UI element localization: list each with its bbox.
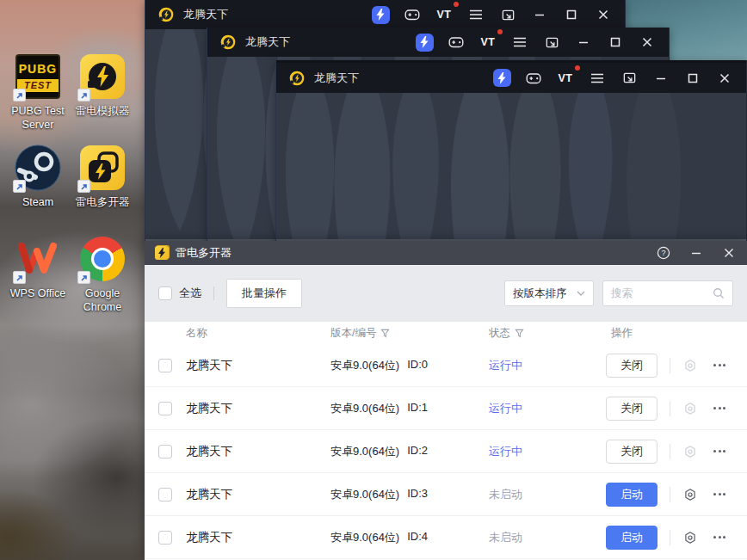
row-checkbox[interactable]	[158, 402, 172, 415]
instance-action-button[interactable]: 关闭	[606, 354, 657, 378]
multi-instance-logo-icon	[155, 246, 169, 260]
vt-button[interactable]: VT	[435, 5, 454, 24]
manager-titlebar[interactable]: 雷电多开器 ?	[145, 241, 747, 265]
instance-name: 龙腾天下	[186, 530, 330, 545]
menu-icon[interactable]	[510, 33, 529, 52]
instance-row: 龙腾天下 安卓9.0(64位)ID:4 未启动 启动	[145, 516, 747, 559]
chevron-down-icon	[577, 291, 585, 296]
shrink-window-icon[interactable]	[542, 33, 561, 52]
desktop-icon-label: Steam	[22, 196, 53, 210]
instance-status: 未启动	[489, 530, 606, 545]
vt-notification-dot	[575, 65, 580, 71]
gamepad-icon[interactable]	[403, 5, 422, 24]
desktop-icon-wps-office[interactable]: WPS Office	[4, 236, 71, 301]
emulator-titlebar[interactable]: 龙腾天下 VT	[145, 0, 625, 29]
shortcut-arrow-icon	[77, 89, 90, 102]
settings-gear-icon[interactable]	[682, 529, 699, 546]
instance-status: 运行中	[489, 444, 606, 459]
instance-status: 未启动	[489, 487, 606, 502]
instance-status: 运行中	[489, 358, 606, 373]
close-button[interactable]	[638, 33, 657, 52]
help-button[interactable]: ?	[656, 245, 671, 261]
shortcut-arrow-icon	[13, 89, 26, 102]
filter-icon[interactable]	[515, 329, 524, 338]
desktop-icon-label: WPS Office	[10, 287, 65, 301]
desktop-icon-label: PUBG Test Server	[4, 105, 71, 132]
instance-id: ID:2	[407, 444, 428, 459]
action-divider	[670, 401, 670, 416]
close-button[interactable]	[715, 69, 734, 88]
close-button[interactable]	[594, 5, 613, 24]
shortcut-arrow-icon	[13, 271, 26, 284]
emulator-titlebar[interactable]: 龙腾天下 VT	[207, 28, 669, 57]
sort-dropdown[interactable]: 按版本排序	[504, 280, 594, 306]
shrink-window-icon[interactable]	[498, 5, 517, 24]
svg-text:?: ?	[661, 249, 665, 257]
minimize-button[interactable]	[530, 5, 549, 24]
settings-gear-icon[interactable]	[682, 357, 699, 374]
desktop-icon-multi-instance[interactable]: 雷电多开器	[69, 145, 136, 210]
menu-icon[interactable]	[466, 5, 485, 24]
settings-gear-icon[interactable]	[682, 400, 699, 417]
emulator-titlebar[interactable]: 龙腾天下 VT	[276, 60, 746, 93]
instance-action-button[interactable]: 关闭	[606, 440, 657, 464]
gamepad-icon[interactable]	[447, 33, 466, 52]
toolbar-divider	[213, 286, 214, 300]
desktop-icon-label: 雷电多开器	[76, 196, 130, 210]
more-options-button[interactable]	[710, 529, 729, 546]
instance-name: 龙腾天下	[186, 401, 330, 416]
close-button[interactable]	[721, 245, 737, 261]
vt-button[interactable]: VT	[478, 33, 497, 52]
instance-action-button[interactable]: 启动	[606, 526, 657, 550]
shrink-window-icon[interactable]	[620, 69, 639, 88]
instance-action-button[interactable]: 关闭	[606, 397, 657, 421]
settings-gear-icon[interactable]	[682, 443, 699, 460]
select-all-checkbox[interactable]	[158, 286, 172, 300]
instance-row: 龙腾天下 安卓9.0(64位)ID:2 运行中 关闭	[145, 430, 747, 473]
shortcut-arrow-icon	[77, 180, 90, 193]
select-all-label: 全选	[179, 286, 201, 301]
maximize-button[interactable]	[606, 33, 625, 52]
minimize-button[interactable]	[688, 245, 704, 261]
booster-button[interactable]	[371, 5, 390, 24]
desktop-icon-google-chrome[interactable]: Google Chrome	[69, 236, 136, 314]
search-box[interactable]	[602, 280, 733, 306]
batch-operations-button[interactable]: 批量操作	[226, 279, 302, 308]
booster-button[interactable]	[492, 69, 511, 88]
maximize-button[interactable]	[683, 69, 702, 88]
booster-button[interactable]	[415, 33, 434, 52]
row-checkbox[interactable]	[158, 531, 172, 545]
vt-button[interactable]: VT	[556, 69, 575, 88]
search-icon	[713, 287, 725, 299]
more-options-button[interactable]	[710, 486, 729, 503]
more-options-button[interactable]	[710, 400, 729, 417]
desktop-icon-ldplayer[interactable]: 雷电模拟器	[69, 53, 136, 119]
emulator-loading-screen	[276, 93, 746, 239]
instance-action-button[interactable]: 启动	[606, 483, 657, 507]
more-options-button[interactable]	[710, 357, 729, 374]
gamepad-icon[interactable]	[524, 69, 543, 88]
vt-notification-dot	[454, 2, 459, 7]
shortcut-arrow-icon	[13, 180, 26, 193]
minimize-button[interactable]	[651, 69, 670, 88]
filter-icon[interactable]	[380, 329, 390, 338]
desktop: PUBG TEST PUBG Test Server 雷电模拟器	[0, 0, 747, 560]
more-options-button[interactable]	[710, 443, 729, 460]
row-checkbox[interactable]	[158, 359, 172, 372]
desktop-icon-pubg-test-server[interactable]: PUBG TEST PUBG Test Server	[4, 53, 71, 132]
table-header: 名称 版本/编号 状态 操作	[145, 322, 747, 344]
menu-icon[interactable]	[588, 69, 607, 88]
minimize-button[interactable]	[574, 33, 593, 52]
search-input[interactable]	[611, 287, 713, 299]
instance-name: 龙腾天下	[186, 444, 330, 459]
instance-id: ID:3	[407, 487, 428, 502]
row-checkbox[interactable]	[158, 445, 172, 458]
shortcut-arrow-icon	[77, 271, 90, 284]
maximize-button[interactable]	[562, 5, 581, 24]
instance-row: 龙腾天下 安卓9.0(64位)ID:0 运行中 关闭	[145, 344, 747, 387]
row-checkbox[interactable]	[158, 488, 172, 502]
window-title: 龙腾天下	[183, 7, 228, 22]
settings-gear-icon[interactable]	[682, 486, 699, 503]
window-title: 龙腾天下	[245, 34, 290, 50]
desktop-icon-steam[interactable]: Steam	[4, 145, 71, 210]
